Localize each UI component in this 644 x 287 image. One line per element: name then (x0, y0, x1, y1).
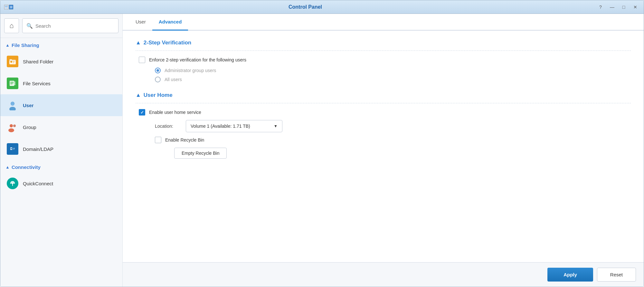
reset-button[interactable]: Reset (597, 268, 636, 282)
title-bar-left: ⊞ (4, 3, 14, 12)
svg-point-3 (14, 82, 15, 83)
home-button[interactable]: ⌂ (4, 18, 19, 33)
sidebar-label-domain: Domain/LDAP (23, 146, 53, 152)
domain-icon (7, 143, 18, 155)
empty-recycle-bin-button[interactable]: Empty Recycle Bin (174, 148, 227, 159)
divider-two-step (136, 51, 631, 51)
location-label: Location: (155, 124, 181, 129)
sidebar-item-group[interactable]: Group (0, 116, 122, 138)
svg-point-16 (11, 148, 12, 149)
sidebar-item-user[interactable]: User (0, 94, 122, 116)
location-row: Location: Volume 1 (Available: 1.71 TB) … (136, 120, 631, 132)
sidebar-label-file-services: File Services (23, 81, 51, 86)
svg-rect-2 (10, 81, 14, 86)
svg-point-10 (13, 103, 14, 104)
chevron-down-icon: ▲ (5, 43, 10, 48)
sidebar-label-shared-folder: Shared Folder (23, 59, 53, 64)
svg-rect-17 (13, 148, 15, 149)
chevron-icon-two-step: ▲ (136, 40, 141, 46)
empty-recycle-bin-container: Empty Recycle Bin (136, 148, 631, 159)
svg-point-9 (12, 103, 12, 104)
dropdown-chevron-icon: ▼ (274, 124, 278, 128)
sidebar-label-quickconnect: QuickConnect (23, 181, 53, 186)
apply-button[interactable]: Apply (547, 268, 593, 282)
maximize-button[interactable]: □ (619, 4, 628, 11)
section-title-two-step: ▲ 2-Step Verification (136, 40, 631, 46)
enable-home-row: Enable user home service (136, 109, 631, 116)
sidebar-item-shared-folder[interactable]: Shared Folder (0, 51, 122, 72)
quickconnect-icon (7, 178, 18, 189)
location-value: Volume 1 (Available: 1.71 TB) (191, 124, 250, 129)
right-panel: User Advanced ▲ 2-Step Verification Enfo… (123, 14, 644, 287)
enable-home-label: Enable user home service (149, 110, 201, 115)
enable-home-checkbox[interactable] (139, 109, 145, 116)
sidebar-label-group: Group (23, 125, 36, 130)
sidebar-label-user: User (23, 103, 33, 108)
recycle-bin-row: Enable Recycle Bin (136, 137, 631, 143)
section-title-user-home: ▲ User Home (136, 92, 631, 98)
section-user-home: ▲ User Home Enable user home service Loc… (136, 92, 631, 159)
enforce-checkbox[interactable] (139, 57, 145, 63)
enforce-label: Enforce 2-step verification for the foll… (149, 57, 246, 62)
section-header-file-sharing[interactable]: ▲ File Sharing (0, 38, 122, 51)
svg-point-5 (14, 84, 15, 85)
sidebar-top: ⌂ 🔍 (0, 14, 122, 38)
window-title: Control Panel (14, 4, 596, 10)
svg-point-4 (14, 83, 15, 84)
radio-all-users-row: All users (136, 77, 631, 82)
window-controls: ? — □ ✕ (596, 4, 640, 11)
svg-point-7 (9, 107, 16, 110)
sidebar-item-domain-ldap[interactable]: Domain/LDAP (0, 138, 122, 160)
main-content: ⌂ 🔍 ▲ File Sharing (0, 14, 644, 287)
svg-point-8 (11, 102, 14, 105)
file-services-icon (7, 78, 18, 89)
search-input[interactable] (35, 23, 114, 29)
svg-rect-18 (13, 149, 14, 150)
chevron-icon-user-home: ▲ (136, 92, 141, 98)
radio-all-users[interactable] (155, 77, 161, 82)
section-two-step: ▲ 2-Step Verification Enforce 2-step ver… (136, 40, 631, 82)
close-button[interactable]: ✕ (631, 4, 640, 11)
divider-user-home (136, 103, 631, 103)
minimize-button[interactable]: — (608, 4, 617, 11)
sidebar-item-file-services[interactable]: File Services (0, 72, 122, 94)
sidebar-item-quickconnect[interactable]: QuickConnect (0, 172, 122, 194)
enforce-checkbox-row: Enforce 2-step verification for the foll… (136, 57, 631, 63)
shared-folder-icon (7, 56, 18, 67)
svg-point-11 (10, 124, 13, 127)
svg-point-12 (8, 128, 14, 132)
recycle-bin-checkbox[interactable] (155, 137, 161, 143)
recycle-bin-label: Enable Recycle Bin (165, 137, 204, 143)
tabs-bar: User Advanced (123, 14, 644, 31)
content-area: ▲ 2-Step Verification Enforce 2-step ver… (123, 31, 644, 262)
tab-user[interactable]: User (129, 14, 152, 31)
group-icon (7, 121, 18, 133)
radio-admin-label: Administrator group users (165, 68, 216, 73)
radio-admin-group[interactable] (155, 68, 161, 73)
user-icon (7, 99, 18, 111)
svg-point-1 (10, 61, 12, 63)
search-box[interactable]: 🔍 (22, 18, 118, 33)
radio-admin-row: Administrator group users (136, 68, 631, 73)
title-bar: ⊞ Control Panel ? — □ ✕ (0, 0, 644, 14)
svg-point-13 (13, 125, 16, 127)
control-panel-window: ⊞ Control Panel ? — □ ✕ ⌂ 🔍 (0, 0, 644, 287)
help-button[interactable]: ? (596, 4, 605, 11)
section-header-connectivity[interactable]: ▲ Connectivity (0, 160, 122, 172)
location-dropdown[interactable]: Volume 1 (Available: 1.71 TB) ▼ (186, 120, 282, 132)
app-icon: ⊞ (4, 3, 14, 12)
search-icon: 🔍 (26, 23, 33, 29)
bottom-bar: Apply Reset (123, 262, 644, 287)
chevron-down-icon-connectivity: ▲ (5, 165, 10, 170)
tab-advanced[interactable]: Advanced (152, 14, 188, 31)
radio-all-users-label: All users (165, 77, 182, 82)
sidebar: ⌂ 🔍 ▲ File Sharing (0, 14, 123, 287)
